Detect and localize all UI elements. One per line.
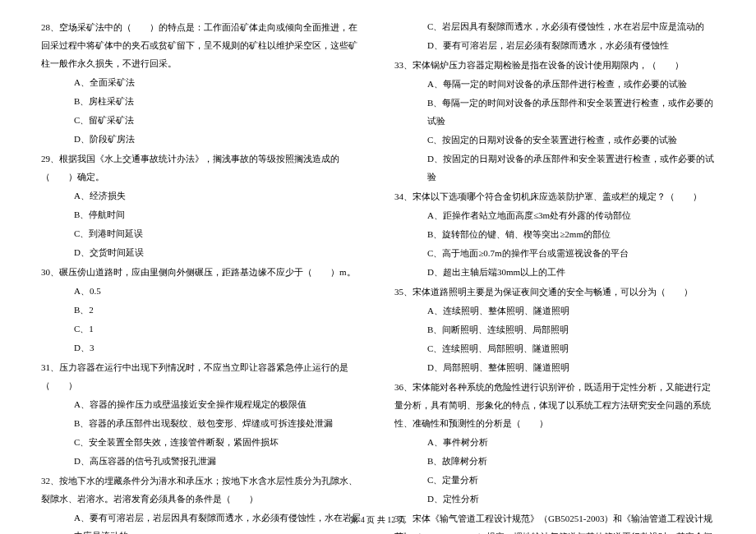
q31-opt-c: C、安全装置全部失效，连接管件断裂，紧固件损坏 bbox=[41, 433, 362, 451]
q31-opt-a: A、容器的操作压力或壁温接近安全操作规程规定的极限值 bbox=[41, 395, 362, 413]
q28-opt-c: C、留矿采矿法 bbox=[41, 111, 362, 129]
q29-opt-c: C、到港时间延误 bbox=[41, 224, 362, 242]
q31-text: 31、压力容器在运行中出现下列情况时，不应当立即让容器紧急停止运行的是（ ） bbox=[41, 358, 362, 394]
q29-text: 29、根据我国《水上交通事故统计办法》，搁浅事故的等级按照搁浅造成的（ ）确定。 bbox=[41, 150, 362, 186]
q34-text: 34、宋体以下选项哪个符合金切机床应选装防护罩、盖或栏的规定？（ ） bbox=[394, 187, 715, 205]
q28-opt-d: D、阶段矿房法 bbox=[41, 130, 362, 148]
q36-opt-c: C、定量分析 bbox=[394, 471, 715, 489]
q35-opt-d: D、局部照明、整体照明、隧道照明 bbox=[394, 358, 715, 376]
q28-opt-b: B、房柱采矿法 bbox=[41, 92, 362, 110]
q36-opt-b: B、故障树分析 bbox=[394, 452, 715, 470]
left-column: 28、空场采矿法中的（ ）的特点是：工作面沿矿体走向或倾向全面推进，在回采过程中… bbox=[41, 16, 362, 501]
q35-text: 35、宋体道路照明主要是为保证夜间交通的安全与畅通，可以分为（ ） bbox=[394, 283, 715, 301]
right-column: C、岩层因具有裂隙而透水，水必须有侵蚀性，水在岩层中应是流动的 D、要有可溶岩层… bbox=[394, 16, 715, 501]
q29-opt-a: A、经济损失 bbox=[41, 186, 362, 205]
q32-opt-c: C、岩层因具有裂隙而透水，水必须有侵蚀性，水在岩层中应是流动的 bbox=[394, 17, 715, 35]
q33-opt-c: C、按固定的日期对设备的安全装置进行检查，或作必要的试验 bbox=[394, 131, 715, 149]
q31-opt-d: D、高压容器的信号孔或警报孔泄漏 bbox=[41, 452, 362, 470]
q32-opt-d: D、要有可溶岩层，岩层必须有裂隙而透水，水必须有侵蚀性 bbox=[394, 36, 715, 54]
q34-opt-b: B、旋转部位的键、销、楔等突出≥2mm的部位 bbox=[394, 225, 715, 243]
q34-opt-a: A、距操作者站立地面高度≤3m处有外露的传动部位 bbox=[394, 206, 715, 224]
q33-opt-d: D、按固定的日期对设备的承压部件和安全装置进行检查，或作必要的试验 bbox=[394, 150, 715, 186]
q33-text: 33、宋体锅炉压力容器定期检验是指在设备的设计使用期限内，（ ） bbox=[394, 56, 715, 74]
q30-text: 30、碾压傍山道路时，应由里侧向外侧碾压，距路基边缘不应少于（ ）m。 bbox=[41, 263, 362, 281]
q30-opt-d: D、3 bbox=[41, 338, 362, 357]
q36-opt-d: D、定性分析 bbox=[394, 490, 715, 508]
exam-page: 28、空场采矿法中的（ ）的特点是：工作面沿矿体走向或倾向全面推进，在回采过程中… bbox=[41, 16, 715, 501]
q28-text: 28、空场采矿法中的（ ）的特点是：工作面沿矿体走向或倾向全面推进，在回采过程中… bbox=[41, 18, 362, 72]
q29-opt-d: D、交货时间延误 bbox=[41, 243, 362, 261]
q31-opt-b: B、容器的承压部件出现裂纹、鼓包变形、焊缝或可拆连接处泄漏 bbox=[41, 414, 362, 432]
q35-opt-c: C、连续照明、局部照明、隧道照明 bbox=[394, 339, 715, 357]
q36-opt-a: A、事件树分析 bbox=[394, 433, 715, 451]
q32-text: 32、按地下水的埋藏条件分为潜水和承压水；按地下水含水层性质分为孔隙水、裂隙水、… bbox=[41, 472, 362, 508]
q34-opt-c: C、高于地面≥0.7m的操作平台或需巡视设备的平台 bbox=[394, 244, 715, 262]
q28-opt-a: A、全面采矿法 bbox=[41, 73, 362, 91]
q33-opt-b: B、每隔一定的时间对设备的承压部件和安全装置进行检查，或作必要的试验 bbox=[394, 94, 715, 130]
q30-opt-a: A、0.5 bbox=[41, 282, 362, 300]
q33-opt-a: A、每隔一定的时间对设备的承压部件进行检查，或作必要的试验 bbox=[394, 75, 715, 93]
q34-opt-d: D、超出主轴后端30mm以上的工件 bbox=[394, 263, 715, 281]
q35-opt-b: B、间断照明、连续照明、局部照明 bbox=[394, 320, 715, 338]
q29-opt-b: B、停航时间 bbox=[41, 205, 362, 223]
q35-opt-a: A、连续照明、整体照明、隧道照明 bbox=[394, 302, 715, 320]
q30-opt-c: C、1 bbox=[41, 320, 362, 338]
page-footer: 第 4 页 共 12 页 bbox=[0, 514, 756, 526]
q30-opt-b: B、2 bbox=[41, 301, 362, 319]
q36-text: 36、宋体能对各种系统的危险性进行识别评价，既适用于定性分析，又能进行定量分析，… bbox=[394, 378, 715, 432]
